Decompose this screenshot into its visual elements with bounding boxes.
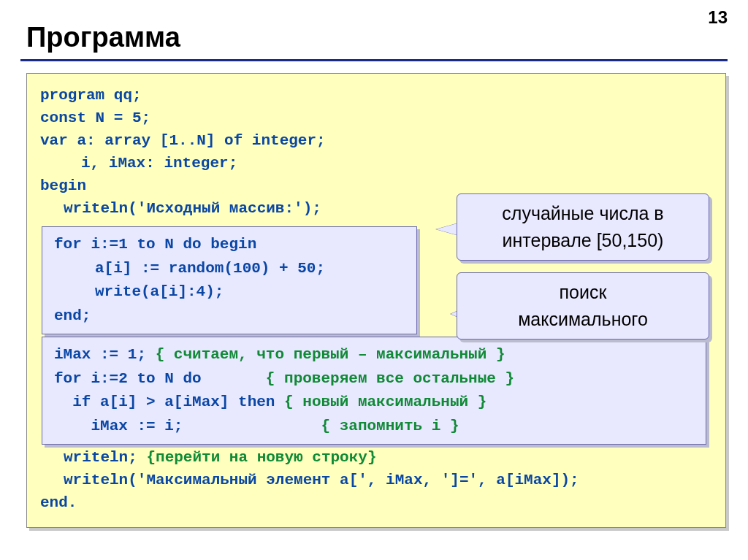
code-panel: program qq; const N = 5; var a: array [1… — [26, 73, 726, 528]
code-line: for i:=1 to N do begin — [54, 233, 405, 257]
code-line: write(a[i]:4); — [54, 280, 405, 304]
code-line: const N = 5; — [40, 107, 712, 129]
code-inset-maxsearch: iMax := 1; { считаем, что первый – макси… — [42, 337, 706, 445]
code-line: if a[i] > a[iMax] then { новый максималь… — [54, 391, 694, 415]
code-line: program qq; — [40, 84, 712, 107]
callout-find-max: поиск максимального — [457, 272, 709, 340]
code-inset-random: for i:=1 to N do begin a[i] := random(10… — [42, 226, 417, 334]
page-number: 13 — [708, 7, 728, 28]
code-line: end. — [40, 491, 712, 514]
title-divider — [20, 59, 728, 61]
code-line: writeln('Максимальный элемент a[', iMax,… — [40, 469, 712, 491]
callout-text: максимального — [518, 309, 648, 329]
code-line: a[i] := random(100) + 50; — [54, 257, 405, 281]
code-line: iMax := i; { запомнить i } — [54, 415, 694, 439]
code-line: for i:=2 to N do { проверяем все остальн… — [54, 367, 694, 391]
code-line: iMax := 1; { считаем, что первый – макси… — [54, 343, 694, 367]
callout-text: случайные числа в — [502, 203, 663, 223]
callout-text: интервале [50,150) — [503, 230, 664, 250]
callout-random-numbers: случайные числа в интервале [50,150) — [457, 193, 709, 261]
code-line: i, iMax: integer; — [40, 152, 712, 174]
code-line: end; — [54, 304, 405, 329]
page-title: Программа — [26, 22, 748, 53]
code-line: var a: array [1..N] of integer; — [40, 129, 712, 152]
code-line: writeln; {перейти на новую строку} — [40, 446, 712, 469]
callout-text: поиск — [560, 282, 607, 302]
